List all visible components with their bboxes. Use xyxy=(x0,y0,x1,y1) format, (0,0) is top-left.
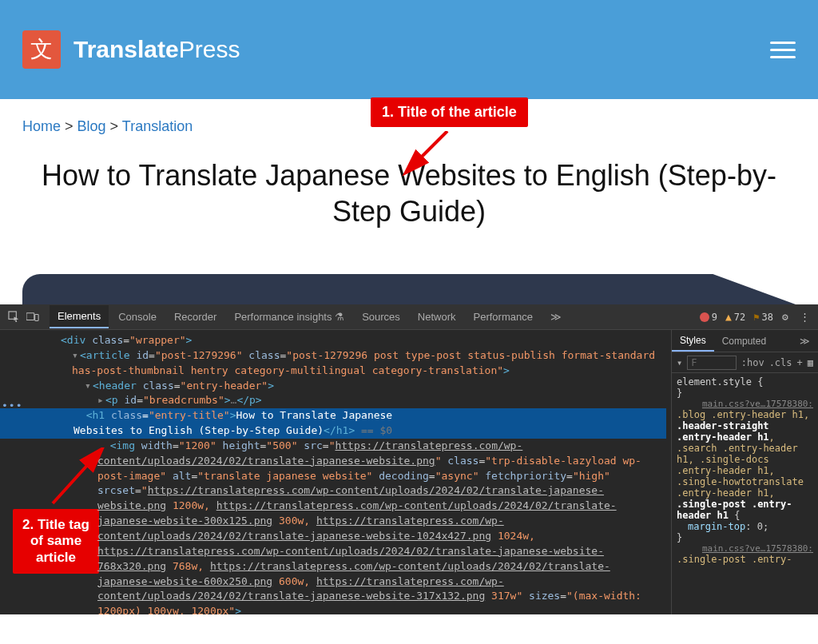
device-toggle-icon[interactable] xyxy=(26,310,40,324)
computed-tab[interactable]: Computed xyxy=(714,330,774,352)
hero-banner-strip xyxy=(22,274,796,304)
tabs-more[interactable]: ≫ xyxy=(542,306,570,328)
overflow-indicator: ••• xyxy=(2,399,22,414)
page-content: Home > Blog > Translation How to Transla… xyxy=(0,99,818,304)
chevron-down-icon[interactable]: ▾ xyxy=(85,379,93,394)
gear-icon[interactable]: ⚙ xyxy=(778,310,792,324)
filter-input[interactable]: F xyxy=(687,356,736,370)
styles-more[interactable]: ≫ xyxy=(792,330,818,352)
breadcrumb-home[interactable]: Home xyxy=(22,118,61,134)
error-icon xyxy=(700,312,709,322)
styles-menu-icon[interactable]: ▦ xyxy=(808,357,813,368)
devtools: Elements Console Recorder Performance in… xyxy=(0,304,818,614)
brand-text: TranslatePress xyxy=(73,36,240,63)
svg-rect-3 xyxy=(26,312,34,320)
breadcrumb-sep: > xyxy=(65,118,73,134)
inspect-icon[interactable] xyxy=(6,310,21,324)
styles-filter-row: ▾ F :hov .cls + ▦ xyxy=(672,352,818,373)
devtools-menu-icon[interactable]: ⋮ xyxy=(797,310,812,324)
breadcrumb-current[interactable]: Translation xyxy=(122,118,193,134)
filter-icon[interactable]: ▾ xyxy=(677,357,682,368)
cls-toggle[interactable]: .cls xyxy=(769,357,792,368)
tab-network[interactable]: Network xyxy=(410,306,464,328)
styles-tab[interactable]: Styles xyxy=(672,330,714,352)
tab-perf-insights[interactable]: Performance insights ⚗ xyxy=(226,306,352,328)
chevron-down-icon[interactable]: ▾ xyxy=(72,348,80,364)
styles-pane: Styles Computed ≫ ▾ F :hov .cls + ▦ elem… xyxy=(671,330,818,614)
devtools-toolbar: Elements Console Recorder Performance in… xyxy=(0,304,818,330)
brand[interactable]: 文 TranslatePress xyxy=(22,30,240,69)
elements-dom-tree[interactable]: ••• <div class="wrapper"> ▾<article id="… xyxy=(0,330,671,614)
new-rule-button[interactable]: + xyxy=(797,357,803,368)
flask-icon: ⚗ xyxy=(335,311,344,323)
tab-elements[interactable]: Elements xyxy=(50,305,109,328)
devtools-tabs: Elements Console Recorder Performance in… xyxy=(50,305,695,328)
tab-performance[interactable]: Performance xyxy=(466,306,541,328)
site-header: 文 TranslatePress xyxy=(0,0,818,99)
tab-recorder[interactable]: Recorder xyxy=(166,306,224,328)
annotation-1: 1. Title of the article xyxy=(371,97,528,127)
info-icon: ⚑ xyxy=(753,312,759,323)
chevron-right-icon[interactable]: ▸ xyxy=(97,393,105,408)
breadcrumb-blog[interactable]: Blog xyxy=(77,118,106,134)
tab-console[interactable]: Console xyxy=(110,306,165,328)
svg-line-0 xyxy=(409,131,447,169)
issue-counts[interactable]: 9 ▲72 ⚑38 xyxy=(700,311,773,323)
hamburger-menu-icon[interactable] xyxy=(770,37,796,63)
arrow-icon xyxy=(399,131,455,179)
selected-node[interactable]: <h1 class="entry-title">How to Translate… xyxy=(0,408,666,439)
breadcrumb-sep: > xyxy=(110,118,119,134)
tab-sources[interactable]: Sources xyxy=(354,306,408,328)
svg-rect-4 xyxy=(35,314,38,320)
hov-toggle[interactable]: :hov xyxy=(741,357,764,368)
css-rules[interactable]: element.style { } main.css?ve…17578380: … xyxy=(672,373,818,614)
logo-icon: 文 xyxy=(22,30,61,69)
warning-icon: ▲ xyxy=(725,311,732,323)
